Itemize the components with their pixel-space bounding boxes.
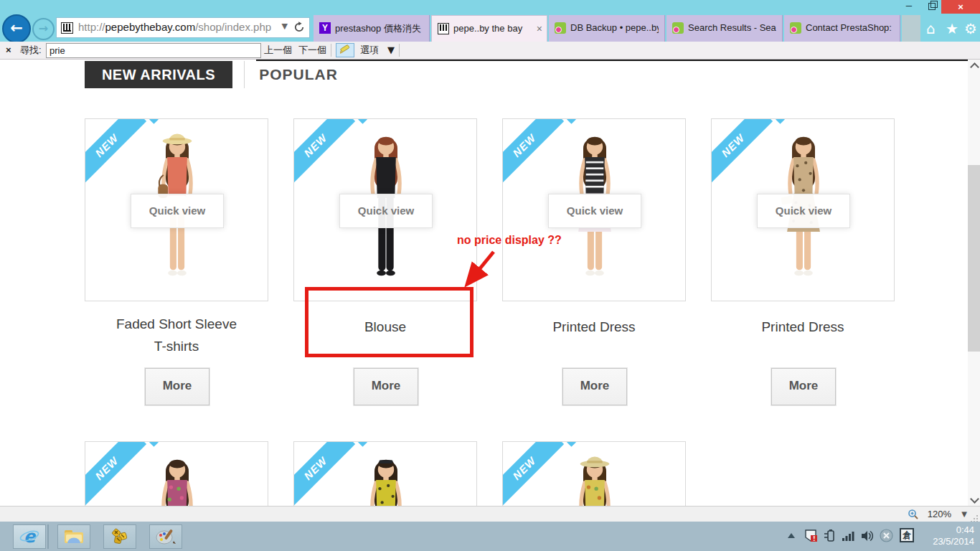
product-card[interactable]: NEW Quick view [85,118,268,301]
prestashop-icon [555,22,566,34]
hat [580,456,610,467]
highlight-all-button[interactable] [336,43,354,57]
product-card[interactable]: NEW [502,441,686,506]
product-card[interactable]: NEW [85,441,268,506]
hat [163,133,192,144]
new-tab-button[interactable] [902,15,920,42]
options-dropdown-icon[interactable]: ▼ [387,42,395,59]
product-title[interactable]: Faded Short Sleeve T-shirts [85,313,268,357]
browser-chrome: – × ← → http://pepebythebay.com/shop/ind… [0,0,980,42]
yahoo-icon: Y [319,22,331,34]
zoom-dropdown-icon[interactable]: ▼ [961,510,967,518]
quick-view-button[interactable]: Quick view [757,194,850,228]
divider [331,44,331,57]
more-button[interactable]: More [354,368,418,405]
clock-date: 23/5/2014 [924,536,974,547]
ime-badge[interactable]: 倉 [900,528,914,542]
quick-view-button[interactable]: Quick view [131,194,224,228]
tab-pepe-by-the-bay[interactable]: pepe..by the bay × [431,15,547,42]
divider [399,44,400,57]
minimize-icon: – [906,0,912,11]
scrollbar-down-icon [970,494,979,504]
prestashop-icon [790,22,801,34]
scroll-down-button[interactable] [968,494,980,506]
annotation-text: no price display ?? [457,234,562,247]
find-bar: × 尋找: 上一個 下一個 選項 ▼ [0,42,980,60]
internet-explorer-icon: e [19,527,40,546]
resize-grip[interactable] [976,515,978,517]
stacked-window-indicator [47,524,49,549]
taskbar-ie-button[interactable]: e [13,524,46,549]
find-previous-button[interactable]: 上一個 [264,42,292,59]
more-button[interactable]: More [771,368,836,405]
ribbon-notch [567,441,576,447]
ribbon-notch [358,118,367,124]
tab-prestashop-search[interactable]: Y prestashop 價格消失 - ... [314,15,430,42]
tab-contact-prestashop[interactable]: Contact PrestaShop: ... [784,15,900,42]
site-favicon [61,22,73,34]
annotation-rectangle [305,287,473,357]
action-center-icon[interactable]: ! [804,529,818,543]
tab-new-arrivals[interactable]: NEW ARRIVALS [85,61,232,88]
taskbar-paint-button[interactable] [149,524,182,549]
more-button[interactable]: More [145,368,209,405]
keys-icon [109,527,131,546]
back-icon: ← [10,19,23,37]
product-card[interactable]: NEW Quick view [711,118,895,301]
scrollbar[interactable] [968,60,980,506]
clock-time: 0:44 [924,524,974,536]
tab-close-icon[interactable]: × [537,23,542,34]
tab-popular[interactable]: POPULAR [248,61,349,88]
taskbar: e [0,522,980,551]
back-button[interactable]: ← [2,14,31,43]
scroll-up-button[interactable] [968,60,980,72]
scrollbar-thumb[interactable] [968,165,980,352]
product-image[interactable] [131,449,223,506]
find-options-button[interactable]: 選項 [360,42,379,59]
find-close-icon[interactable]: × [6,42,11,59]
file-explorer-icon [63,527,85,546]
forward-button[interactable]: → [32,18,55,40]
taskbar-clock[interactable]: 0:44 23/5/2014 [924,524,974,547]
power-icon[interactable] [822,529,837,543]
scrollbar-up-icon [970,62,979,72]
network-icon[interactable] [841,529,855,543]
product-card[interactable]: NEW Quick view [502,118,686,301]
tray-expand-icon[interactable] [788,533,795,538]
product-card[interactable]: NEW Quick view [293,118,477,301]
zoom-icon [908,509,919,520]
volume-icon[interactable] [859,529,874,543]
taskbar-keys-button[interactable] [103,524,136,549]
address-bar[interactable]: http://pepebythebay.com/shop/index.php ▼ [56,17,310,38]
prestashop-icon [672,22,684,34]
close-icon: × [958,1,963,12]
find-input[interactable] [46,43,261,58]
refresh-icon[interactable] [293,22,305,36]
minimize-button[interactable]: – [898,0,920,14]
product-image[interactable] [549,449,641,506]
star-icon[interactable]: ★ [946,21,958,37]
quick-view-button[interactable]: Quick view [339,194,433,228]
quick-view-button[interactable]: Quick view [548,194,641,228]
url-text: http://pepebythebay.com/shop/index.php [78,21,271,33]
product-card[interactable]: NEW [293,441,477,506]
sync-disabled-icon[interactable] [879,528,894,543]
divider [244,61,245,88]
url-dropdown-icon[interactable]: ▼ [282,22,288,31]
product-title[interactable]: Printed Dress [502,316,686,338]
tab-search-results[interactable]: Search Results - Searc... [666,15,783,42]
ribbon-notch [358,441,367,447]
ribbon-notch [567,118,576,124]
close-window-button[interactable]: × [941,0,980,14]
product-image[interactable] [340,449,432,506]
taskbar-file-explorer-button[interactable] [57,524,90,549]
more-button[interactable]: More [562,368,627,405]
restore-icon [928,3,936,10]
home-icon[interactable]: ⌂ [926,21,936,37]
gear-icon[interactable]: ⚙ [964,21,977,37]
product-title[interactable]: Printed Dress [711,316,895,338]
tab-db-backup[interactable]: DB Backup • pepe..by ... [549,15,665,42]
zoom-level[interactable]: 120% [928,509,951,519]
restore-button[interactable] [923,0,941,14]
find-next-button[interactable]: 下一個 [298,42,326,59]
